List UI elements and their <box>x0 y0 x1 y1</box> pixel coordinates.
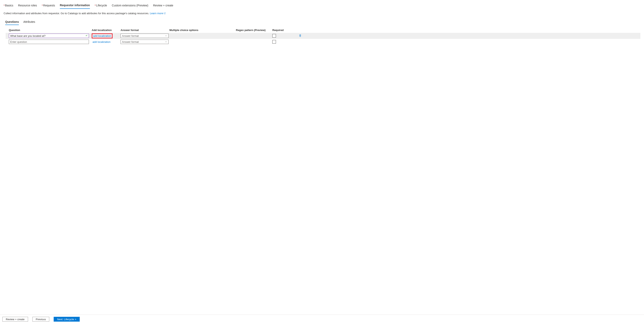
tab-lifecycle[interactable]: *Lifecycle <box>95 2 107 9</box>
required-checkbox[interactable] <box>272 34 276 38</box>
col-regex: Regex pattern (Preview) <box>236 29 272 32</box>
chevron-down-icon <box>165 41 167 43</box>
learn-more-link[interactable]: Learn more <box>150 12 166 15</box>
answer-format-select[interactable]: Answer format <box>120 34 168 38</box>
subtab-questions[interactable]: Questions <box>5 19 19 25</box>
main-tabs: *Basics Resource roles *Requests Request… <box>4 2 640 9</box>
next-button[interactable]: Next: Lifecycle > <box>54 317 80 322</box>
tab-basics[interactable]: *Basics <box>4 2 13 9</box>
add-localization-link[interactable]: add localization <box>92 33 112 38</box>
col-required: Required <box>272 29 298 32</box>
col-add-localization: Add localization <box>92 29 120 32</box>
tab-resource-roles[interactable]: Resource roles <box>18 2 37 9</box>
question-row: add localization Answer format <box>6 33 640 39</box>
subtab-attributes[interactable]: Attributes <box>23 19 35 25</box>
chevron-down-icon <box>165 35 167 37</box>
col-question: Question <box>9 29 92 32</box>
external-link-icon <box>164 12 166 15</box>
tab-custom-extensions[interactable]: Custom extensions (Preview) <box>112 2 148 9</box>
required-checkbox[interactable] <box>272 40 276 44</box>
answer-format-select[interactable]: Answer format <box>120 40 168 44</box>
question-input[interactable] <box>9 40 89 44</box>
questions-header-row: Question Add localization Answer format … <box>6 28 640 33</box>
sub-tabs: Questions Attributes <box>5 19 640 25</box>
question-input[interactable] <box>9 34 89 38</box>
delete-row-button[interactable] <box>298 34 302 38</box>
col-multiple-choice: Multiple choice options <box>170 29 236 32</box>
col-answer-format: Answer format <box>120 29 170 32</box>
description-text: Collect information and attributes from … <box>4 12 640 15</box>
trash-icon <box>299 35 302 38</box>
tab-requestor-information[interactable]: Requestor information <box>60 2 90 9</box>
tab-requests[interactable]: *Requests <box>42 2 55 9</box>
tab-review-create[interactable]: Review + create <box>153 2 173 9</box>
footer-bar: Review + create Previous Next: Lifecycle… <box>0 315 644 324</box>
review-create-button[interactable]: Review + create <box>2 317 28 322</box>
previous-button[interactable]: Previous <box>32 317 50 322</box>
checkmark-icon <box>85 34 88 37</box>
add-localization-link[interactable]: add localization <box>92 40 111 44</box>
question-row: add localization Answer format <box>6 39 640 45</box>
